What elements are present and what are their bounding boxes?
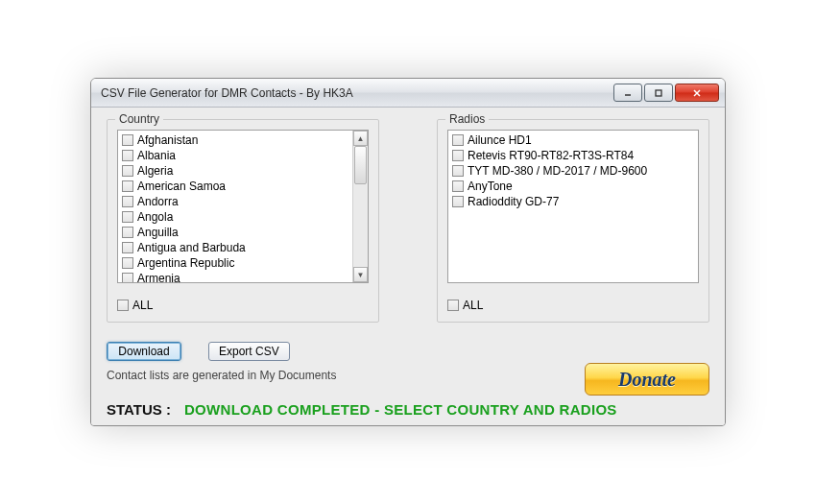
window-controls [613,84,719,102]
country-all-label: ALL [132,299,153,312]
app-window: CSV File Generator for DMR Contacts - By… [90,78,726,426]
checkbox-icon[interactable] [117,300,129,311]
list-item[interactable]: Algeria [120,163,350,179]
country-item-label: Angola [137,209,173,225]
country-item-label: Argentina Republic [137,255,234,271]
download-button[interactable]: Download [107,342,181,361]
country-all-checkbox[interactable]: ALL [117,299,369,312]
client-area: Country Afghanistan Albania Algeria Amer… [91,108,725,425]
country-item-label: American Samoa [137,179,226,194]
scroll-up-button[interactable]: ▲ [353,131,368,146]
maximize-icon [654,88,663,98]
list-item[interactable]: Argentina Republic [120,255,350,271]
radios-item-label: Ailunce HD1 [468,132,532,148]
list-item[interactable]: AnyTone [450,179,696,194]
chevron-down-icon: ▼ [357,271,365,279]
chevron-up-icon: ▲ [357,134,365,143]
checkbox-icon[interactable] [447,300,459,311]
checkbox-icon[interactable] [122,180,133,192]
list-item[interactable]: TYT MD-380 / MD-2017 / MD-9600 [450,163,696,179]
maximize-button[interactable] [644,84,673,102]
checkbox-icon[interactable] [452,180,464,192]
list-item[interactable]: American Samoa [120,179,350,194]
country-item-label: Albania [137,148,176,163]
country-item-label: Andorra [137,194,179,209]
radios-legend: Radios [445,112,489,126]
export-csv-button[interactable]: Export CSV [208,342,290,361]
status-bar: STATUS : DOWNLOAD COMPLETED - SELECT COU… [107,401,709,418]
list-item[interactable]: Radioddity GD-77 [450,194,696,209]
checkbox-icon[interactable] [452,196,464,207]
list-item[interactable]: Afghanistan [120,132,350,148]
checkbox-icon[interactable] [452,134,464,146]
checkbox-icon[interactable] [122,257,133,269]
list-item[interactable]: Albania [120,148,350,163]
radios-item-label: Radioddity GD-77 [468,194,559,209]
radios-all-label: ALL [463,299,483,312]
checkbox-icon[interactable] [122,227,133,238]
checkbox-icon[interactable] [122,134,133,146]
list-item[interactable]: Ailunce HD1 [450,132,696,148]
list-item[interactable]: Retevis RT90-RT82-RT3S-RT84 [450,148,696,163]
radios-item-label: TYT MD-380 / MD-2017 / MD-9600 [468,163,647,179]
country-legend: Country [115,112,163,126]
list-item[interactable]: Andorra [120,194,350,209]
list-item[interactable]: Antigua and Barbuda [120,240,350,255]
checkbox-icon[interactable] [122,273,133,282]
radios-listbox[interactable]: Ailunce HD1 Retevis RT90-RT82-RT3S-RT84 … [447,130,699,283]
radios-group: Radios Ailunce HD1 Retevis RT90-RT82-RT3… [437,119,709,323]
list-item[interactable]: Armenia [120,271,350,282]
country-item-label: Anguilla [137,225,179,240]
minimize-icon [623,88,633,98]
scroll-down-button[interactable]: ▼ [353,267,368,282]
country-item-label: Afghanistan [137,132,198,148]
status-label: STATUS : [107,401,171,418]
country-item-label: Algeria [137,163,173,179]
radios-all-checkbox[interactable]: ALL [447,299,699,312]
scroll-thumb[interactable] [354,146,367,184]
list-item[interactable]: Anguilla [120,225,350,240]
country-group: Country Afghanistan Albania Algeria Amer… [107,119,379,323]
status-message: DOWNLOAD COMPLETED - SELECT COUNTRY AND … [184,401,617,418]
country-scrollbar[interactable]: ▲ ▼ [352,131,368,282]
minimize-button[interactable] [613,84,642,102]
checkbox-icon[interactable] [122,150,133,161]
checkbox-icon[interactable] [452,150,464,161]
scroll-track[interactable] [353,146,368,267]
window-title: CSV File Generator for DMR Contacts - By… [101,86,613,100]
svg-rect-1 [656,90,661,96]
buttons-row: Download Export CSV [107,342,709,361]
checkbox-icon[interactable] [122,165,133,177]
country-listbox[interactable]: Afghanistan Albania Algeria American Sam… [117,130,369,283]
checkbox-icon[interactable] [122,211,133,223]
list-item[interactable]: Angola [120,209,350,225]
country-item-label: Antigua and Barbuda [137,240,246,255]
radios-item-label: Retevis RT90-RT82-RT3S-RT84 [468,148,634,163]
close-button[interactable] [675,84,719,102]
donate-button[interactable]: Donate [585,363,709,396]
country-items: Afghanistan Albania Algeria American Sam… [118,131,352,282]
close-icon [692,88,702,98]
radios-items: Ailunce HD1 Retevis RT90-RT82-RT3S-RT84 … [448,131,698,282]
titlebar: CSV File Generator for DMR Contacts - By… [91,79,725,108]
radios-item-label: AnyTone [468,179,513,194]
country-item-label: Armenia [137,271,180,282]
checkbox-icon[interactable] [122,242,133,253]
checkbox-icon[interactable] [122,196,133,207]
checkbox-icon[interactable] [452,165,464,177]
